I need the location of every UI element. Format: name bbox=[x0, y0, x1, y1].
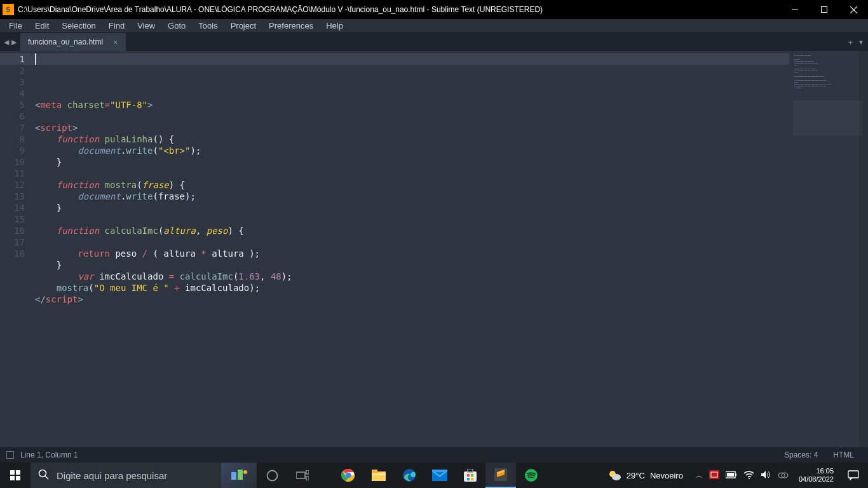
svg-line-9 bbox=[45, 476, 48, 479]
menu-file[interactable]: File bbox=[3, 20, 29, 32]
svg-rect-14 bbox=[296, 472, 305, 478]
tab-file[interactable]: funciona_ou_nao.html × bbox=[20, 33, 126, 51]
task-view-icon[interactable] bbox=[287, 463, 318, 488]
svg-rect-39 bbox=[735, 473, 736, 476]
menu-selection[interactable]: Selection bbox=[55, 20, 102, 32]
line-number[interactable]: 7 bbox=[0, 122, 35, 133]
svg-rect-25 bbox=[432, 470, 447, 472]
line-number[interactable]: 11 bbox=[0, 168, 35, 179]
menu-help[interactable]: Help bbox=[320, 20, 349, 32]
menu-find[interactable]: Find bbox=[102, 20, 131, 32]
taskbar-search[interactable]: Digite aqui para pesquisar bbox=[31, 463, 221, 488]
nav-back-icon[interactable]: ◀ bbox=[3, 38, 10, 46]
search-highlights-icon[interactable] bbox=[221, 463, 257, 488]
weather-widget[interactable]: 29°C Nevoeiro bbox=[600, 469, 691, 482]
search-placeholder: Digite aqui para pesquisar bbox=[57, 470, 167, 481]
svg-rect-28 bbox=[467, 474, 470, 477]
svg-point-41 bbox=[749, 478, 750, 479]
svg-rect-6 bbox=[10, 476, 15, 480]
line-number[interactable]: 8 bbox=[0, 133, 35, 145]
amd-tray-icon[interactable] bbox=[709, 470, 719, 481]
line-number[interactable]: 15 bbox=[0, 214, 35, 225]
onedrive-tray-icon[interactable] bbox=[777, 471, 789, 480]
svg-rect-44 bbox=[848, 471, 858, 478]
chrome-icon[interactable] bbox=[333, 463, 363, 488]
minimize-button[interactable] bbox=[780, 0, 810, 19]
line-number[interactable]: 16 bbox=[0, 225, 35, 236]
svg-rect-31 bbox=[471, 478, 473, 480]
minimap-viewport[interactable] bbox=[793, 100, 863, 136]
tab-close-icon[interactable]: × bbox=[113, 37, 118, 47]
status-cursor-position: Line 1, Column 1 bbox=[20, 451, 78, 459]
svg-rect-10 bbox=[231, 472, 236, 480]
svg-point-35 bbox=[612, 474, 621, 480]
spotify-icon[interactable] bbox=[516, 463, 546, 488]
start-button[interactable] bbox=[0, 463, 31, 488]
tab-bar: ◀ ▶ funciona_ou_nao.html × + ▼ bbox=[0, 33, 868, 51]
svg-rect-7 bbox=[16, 476, 20, 480]
new-tab-icon[interactable]: + bbox=[848, 37, 853, 47]
gutter: 123456789101112131415161718 bbox=[0, 51, 35, 447]
volume-icon[interactable] bbox=[761, 470, 771, 481]
line-number[interactable]: 10 bbox=[0, 156, 35, 168]
taskbar-clock[interactable]: 16:05 04/08/2022 bbox=[794, 467, 839, 484]
action-center-icon[interactable] bbox=[839, 463, 868, 488]
menu-edit[interactable]: Edit bbox=[29, 20, 55, 32]
wifi-icon[interactable] bbox=[743, 470, 754, 481]
clock-time: 16:05 bbox=[816, 467, 834, 475]
svg-rect-27 bbox=[468, 469, 473, 472]
text-cursor bbox=[35, 53, 36, 65]
weather-icon bbox=[607, 469, 621, 482]
svg-rect-4 bbox=[10, 470, 15, 475]
line-number[interactable]: 1 bbox=[0, 53, 35, 65]
editor-area: 123456789101112131415161718 <meta charse… bbox=[0, 51, 868, 447]
line-number[interactable]: 3 bbox=[0, 76, 35, 88]
menu-project[interactable]: Project bbox=[224, 20, 262, 32]
line-number[interactable]: 2 bbox=[0, 65, 35, 76]
line-number[interactable]: 18 bbox=[0, 248, 35, 259]
line-number[interactable]: 9 bbox=[0, 145, 35, 156]
line-number[interactable]: 4 bbox=[0, 88, 35, 99]
status-syntax[interactable]: HTML bbox=[825, 451, 862, 459]
menu-tools[interactable]: Tools bbox=[192, 20, 224, 32]
svg-rect-16 bbox=[306, 477, 309, 480]
sublime-taskbar-icon[interactable] bbox=[485, 463, 516, 488]
tab-dropdown-icon[interactable]: ▼ bbox=[858, 39, 864, 46]
mail-icon[interactable] bbox=[424, 463, 455, 488]
menu-view[interactable]: View bbox=[131, 20, 161, 32]
svg-point-12 bbox=[243, 470, 247, 474]
nav-forward-icon[interactable]: ▶ bbox=[10, 38, 18, 46]
cortana-icon[interactable] bbox=[257, 463, 287, 488]
svg-rect-5 bbox=[16, 470, 20, 475]
close-button[interactable] bbox=[839, 0, 868, 19]
svg-rect-21 bbox=[372, 470, 377, 473]
line-number[interactable]: 14 bbox=[0, 202, 35, 214]
svg-point-13 bbox=[267, 470, 277, 480]
status-panel-icon[interactable] bbox=[6, 451, 14, 459]
svg-point-8 bbox=[39, 470, 46, 477]
line-number[interactable]: 17 bbox=[0, 236, 35, 248]
line-number[interactable]: 13 bbox=[0, 191, 35, 202]
menu-goto[interactable]: Goto bbox=[161, 20, 192, 32]
line-number[interactable]: 6 bbox=[0, 111, 35, 122]
svg-rect-11 bbox=[238, 470, 243, 480]
maximize-button[interactable] bbox=[810, 0, 839, 19]
microsoft-store-icon[interactable] bbox=[455, 463, 485, 488]
svg-rect-26 bbox=[464, 471, 477, 482]
status-indent[interactable]: Spaces: 4 bbox=[776, 451, 825, 459]
battery-icon[interactable] bbox=[726, 471, 737, 480]
svg-rect-15 bbox=[306, 470, 309, 474]
code-editor[interactable]: <meta charset="UTF-8"> <script> function… bbox=[35, 51, 789, 447]
windows-taskbar: Digite aqui para pesquisar 29°C Nevoeiro… bbox=[0, 463, 868, 488]
file-explorer-icon[interactable] bbox=[363, 463, 394, 488]
edge-icon[interactable] bbox=[394, 463, 424, 488]
menu-preferences[interactable]: Preferences bbox=[262, 20, 320, 32]
line-number[interactable]: 12 bbox=[0, 179, 35, 191]
active-line-highlight bbox=[35, 53, 789, 65]
weather-temp: 29°C bbox=[627, 471, 645, 480]
status-bar: Line 1, Column 1 Spaces: 4 HTML bbox=[0, 447, 868, 463]
search-icon bbox=[38, 469, 49, 482]
svg-rect-36 bbox=[709, 470, 719, 479]
tray-chevron-icon[interactable]: ︿ bbox=[696, 471, 703, 480]
line-number[interactable]: 5 bbox=[0, 99, 35, 111]
